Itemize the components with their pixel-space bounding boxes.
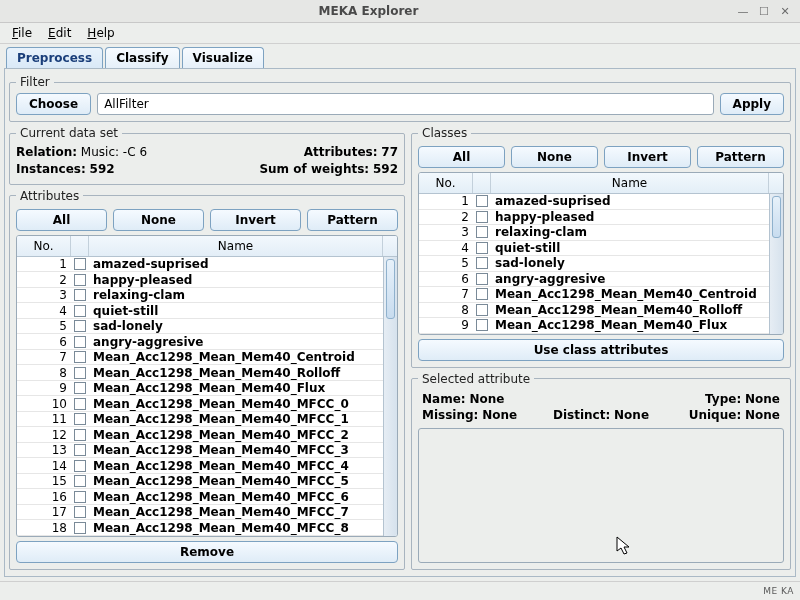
- class-pattern-button[interactable]: Pattern: [697, 146, 784, 168]
- row-checkbox[interactable]: [71, 413, 89, 425]
- table-row[interactable]: 2happy-pleased: [17, 272, 383, 288]
- row-checkbox[interactable]: [473, 288, 491, 300]
- row-checkbox[interactable]: [71, 506, 89, 518]
- table-row[interactable]: 6angry-aggresive: [17, 334, 383, 350]
- table-row[interactable]: 11Mean_Acc1298_Mean_Mem40_MFCC_1: [17, 412, 383, 428]
- table-row[interactable]: 5sad-lonely: [419, 256, 769, 272]
- table-row[interactable]: 3relaxing-clam: [419, 225, 769, 241]
- table-row[interactable]: 14Mean_Acc1298_Mean_Mem40_MFCC_4: [17, 458, 383, 474]
- apply-button[interactable]: Apply: [720, 93, 784, 115]
- sel-unique-value: None: [745, 408, 780, 422]
- row-checkbox[interactable]: [71, 491, 89, 503]
- row-checkbox[interactable]: [473, 226, 491, 238]
- tab-visualize[interactable]: Visualize: [182, 47, 264, 68]
- table-row[interactable]: 4quiet-still: [17, 303, 383, 319]
- choose-button[interactable]: Choose: [16, 93, 91, 115]
- table-row[interactable]: 12Mean_Acc1298_Mean_Mem40_MFCC_2: [17, 427, 383, 443]
- maximize-icon[interactable]: ☐: [755, 3, 773, 19]
- row-checkbox[interactable]: [71, 336, 89, 348]
- attr-invert-button[interactable]: Invert: [210, 209, 301, 231]
- row-checkbox[interactable]: [473, 242, 491, 254]
- row-checkbox[interactable]: [71, 320, 89, 332]
- row-number: 5: [17, 319, 71, 333]
- attr-scrollbar[interactable]: [383, 257, 397, 536]
- row-checkbox[interactable]: [473, 257, 491, 269]
- class-header-no[interactable]: No.: [419, 173, 473, 193]
- filter-value[interactable]: AllFilter: [97, 93, 713, 115]
- row-checkbox[interactable]: [71, 367, 89, 379]
- class-header-name[interactable]: Name: [491, 173, 769, 193]
- row-checkbox[interactable]: [71, 305, 89, 317]
- attr-pattern-button[interactable]: Pattern: [307, 209, 398, 231]
- table-row[interactable]: 15Mean_Acc1298_Mean_Mem40_MFCC_5: [17, 474, 383, 490]
- row-number: 1: [419, 194, 473, 208]
- table-row[interactable]: 3relaxing-clam: [17, 288, 383, 304]
- table-row[interactable]: 5sad-lonely: [17, 319, 383, 335]
- table-row[interactable]: 7Mean_Acc1298_Mean_Mem40_Centroid: [419, 287, 769, 303]
- sel-missing-value: None: [482, 408, 517, 422]
- attr-none-button[interactable]: None: [113, 209, 204, 231]
- table-row[interactable]: 13Mean_Acc1298_Mean_Mem40_MFCC_3: [17, 443, 383, 459]
- row-checkbox[interactable]: [71, 444, 89, 456]
- table-row[interactable]: 4quiet-still: [419, 241, 769, 257]
- class-scrollbar[interactable]: [769, 194, 783, 334]
- row-checkbox[interactable]: [71, 258, 89, 270]
- row-checkbox[interactable]: [473, 195, 491, 207]
- row-name: Mean_Acc1298_Mean_Mem40_Centroid: [491, 287, 769, 301]
- table-row[interactable]: 1amazed-suprised: [17, 257, 383, 273]
- titlebar: MEKA Explorer — ☐ ✕: [0, 0, 800, 23]
- row-checkbox[interactable]: [473, 211, 491, 223]
- table-row[interactable]: 18Mean_Acc1298_Mean_Mem40_MFCC_8: [17, 520, 383, 536]
- table-row[interactable]: 8Mean_Acc1298_Mean_Mem40_Rolloff: [419, 303, 769, 319]
- row-checkbox[interactable]: [71, 522, 89, 534]
- row-checkbox[interactable]: [71, 274, 89, 286]
- tabs: Preprocess Classify Visualize: [4, 46, 796, 68]
- row-name: sad-lonely: [491, 256, 769, 270]
- row-number: 10: [17, 397, 71, 411]
- row-checkbox[interactable]: [71, 351, 89, 363]
- row-checkbox[interactable]: [71, 382, 89, 394]
- weights-label: Sum of weights:: [259, 162, 369, 176]
- class-invert-button[interactable]: Invert: [604, 146, 691, 168]
- row-checkbox[interactable]: [473, 304, 491, 316]
- table-row[interactable]: 16Mean_Acc1298_Mean_Mem40_MFCC_6: [17, 489, 383, 505]
- table-row[interactable]: 6angry-aggresive: [419, 272, 769, 288]
- row-number: 6: [419, 272, 473, 286]
- table-row[interactable]: 9Mean_Acc1298_Mean_Mem40_Flux: [419, 318, 769, 334]
- row-checkbox[interactable]: [71, 429, 89, 441]
- tab-classify[interactable]: Classify: [105, 47, 179, 68]
- remove-button[interactable]: Remove: [16, 541, 398, 563]
- row-name: Mean_Acc1298_Mean_Mem40_MFCC_0: [89, 397, 383, 411]
- table-row[interactable]: 1amazed-suprised: [419, 194, 769, 210]
- table-row[interactable]: 7Mean_Acc1298_Mean_Mem40_Centroid: [17, 350, 383, 366]
- row-checkbox[interactable]: [71, 398, 89, 410]
- attr-header-name[interactable]: Name: [89, 236, 383, 256]
- class-header-check[interactable]: [473, 173, 491, 193]
- menu-help[interactable]: Help: [79, 24, 122, 42]
- use-class-button[interactable]: Use class attributes: [418, 339, 784, 361]
- row-checkbox[interactable]: [473, 319, 491, 331]
- table-row[interactable]: 8Mean_Acc1298_Mean_Mem40_Rolloff: [17, 365, 383, 381]
- table-row[interactable]: 9Mean_Acc1298_Mean_Mem40_Flux: [17, 381, 383, 397]
- row-number: 13: [17, 443, 71, 457]
- row-number: 2: [17, 273, 71, 287]
- table-row[interactable]: 2happy-pleased: [419, 210, 769, 226]
- menu-file[interactable]: File: [4, 24, 40, 42]
- row-name: Mean_Acc1298_Mean_Mem40_MFCC_6: [89, 490, 383, 504]
- menu-edit[interactable]: Edit: [40, 24, 79, 42]
- tab-preprocess[interactable]: Preprocess: [6, 47, 103, 68]
- attr-all-button[interactable]: All: [16, 209, 107, 231]
- table-row[interactable]: 17Mean_Acc1298_Mean_Mem40_MFCC_7: [17, 505, 383, 521]
- row-checkbox[interactable]: [71, 475, 89, 487]
- attr-header-no[interactable]: No.: [17, 236, 71, 256]
- table-row[interactable]: 10Mean_Acc1298_Mean_Mem40_MFCC_0: [17, 396, 383, 412]
- minimize-icon[interactable]: —: [734, 3, 752, 19]
- attr-header-check[interactable]: [71, 236, 89, 256]
- row-checkbox[interactable]: [71, 460, 89, 472]
- class-all-button[interactable]: All: [418, 146, 505, 168]
- class-none-button[interactable]: None: [511, 146, 598, 168]
- close-icon[interactable]: ✕: [776, 3, 794, 19]
- row-checkbox[interactable]: [71, 289, 89, 301]
- row-checkbox[interactable]: [473, 273, 491, 285]
- row-number: 3: [17, 288, 71, 302]
